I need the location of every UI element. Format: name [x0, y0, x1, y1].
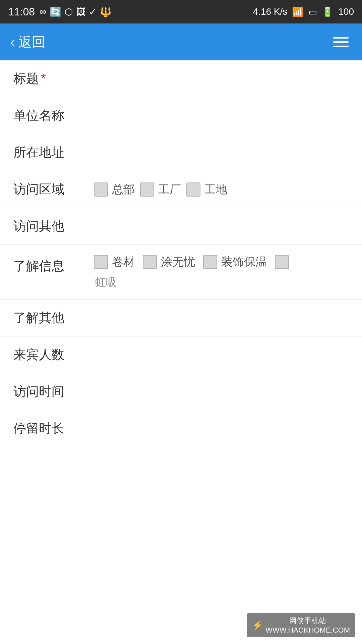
status-icons: ∞ 🔄 ⬡ 🖼 ✓ 🔱: [40, 6, 112, 17]
menu-line-3: [333, 46, 349, 47]
form-row-info: 了解信息 卷材 涂无忧 装饰保温 虹吸: [0, 245, 362, 300]
form-row-address: 所在地址: [0, 134, 362, 171]
checkbox-zhuangshi[interactable]: [203, 255, 217, 269]
checkbox-label-tuwuyou: 涂无忧: [161, 254, 195, 270]
form-row-unit-name: 单位名称: [0, 97, 362, 134]
watermark: ⚡ 网侠手机站 WWW.HACKHOME.COM: [247, 613, 355, 637]
image-icon: 🖼: [76, 6, 85, 17]
info-other-input[interactable]: [94, 311, 349, 325]
form-row-title: 标题 *: [0, 60, 362, 97]
input-area-stay-duration[interactable]: [87, 422, 349, 436]
checkbox-label-juancai: 卷材: [112, 254, 135, 270]
wifi-icon: 📶: [292, 6, 304, 17]
input-area-address[interactable]: [87, 146, 349, 160]
checkbox-item-zongbu[interactable]: 总部: [94, 182, 135, 197]
status-right: 4.16 K/s 📶 ▭ 🔋 100: [253, 6, 354, 17]
input-area-visit-other[interactable]: [87, 219, 349, 233]
form-row-guest-count: 来宾人数: [0, 336, 362, 373]
required-star: *: [41, 71, 46, 86]
battery-icon: 🔋: [322, 6, 334, 17]
network-speed: 4.16 K/s: [253, 6, 288, 17]
input-area-unit-name[interactable]: [87, 109, 349, 123]
form-container: 标题 * 单位名称 所在地址 访问区域: [0, 60, 362, 447]
form-row-info-other: 了解其他: [0, 300, 362, 336]
label-address: 所在地址: [13, 144, 87, 161]
battery-level: 100: [338, 6, 354, 17]
input-area-visit-time[interactable]: [87, 385, 349, 399]
unit-name-input[interactable]: [94, 109, 349, 123]
watermark-line2: WWW.HACKHOME.COM: [265, 626, 350, 635]
stay-duration-input[interactable]: [94, 422, 349, 436]
input-area-guest-count[interactable]: [87, 348, 349, 362]
label-title: 标题 *: [13, 70, 87, 87]
menu-button[interactable]: [330, 34, 352, 51]
label-info-other: 了解其他: [13, 309, 87, 326]
check-icon: ✓: [89, 6, 97, 17]
back-label: 返回: [18, 33, 45, 51]
form-row-visit-time: 访问时间: [0, 373, 362, 410]
back-button[interactable]: ‹ 返回: [10, 33, 45, 51]
label-stay-duration: 停留时长: [13, 420, 87, 437]
watermark-icon: ⚡: [252, 620, 263, 631]
checkbox-label-zhuangshi: 装饰保温: [221, 254, 267, 270]
checkbox-label-zongbu: 总部: [112, 182, 135, 197]
checkbox-zongbu[interactable]: [94, 182, 108, 197]
nav-bar: ‹ 返回: [0, 23, 362, 60]
watermark-line1: 网侠手机站: [265, 616, 350, 626]
visit-other-input[interactable]: [94, 219, 349, 233]
checkbox-gongdi[interactable]: [186, 182, 200, 197]
info-checkbox-row-1: 卷材 涂无忧 装饰保温: [94, 254, 349, 270]
visit-area-checkboxes: 总部 工厂 工地: [94, 182, 227, 197]
infinity-icon: ∞: [40, 6, 46, 17]
checkbox-juancai[interactable]: [94, 255, 108, 269]
visit-time-input[interactable]: [94, 385, 349, 399]
checkbox-item-gongchang[interactable]: 工厂: [140, 182, 181, 197]
input-area-info-other[interactable]: [87, 311, 349, 325]
title-input[interactable]: [94, 72, 349, 86]
guest-count-input[interactable]: [94, 348, 349, 362]
input-area-title[interactable]: [87, 72, 349, 86]
form-row-visit-other: 访问其他: [0, 208, 362, 245]
sync-icon: 🔄: [50, 6, 61, 17]
input-area-info: 卷材 涂无忧 装饰保温 虹吸: [87, 254, 349, 290]
label-unit-name: 单位名称: [13, 107, 87, 124]
checkbox-label-gongdi: 工地: [204, 182, 227, 197]
label-visit-other: 访问其他: [13, 218, 87, 235]
usb-icon: ⬡: [65, 6, 73, 17]
input-area-visit-area: 总部 工厂 工地: [87, 182, 349, 197]
checkbox-tuwuyou[interactable]: [143, 255, 157, 269]
label-visit-time: 访问时间: [13, 383, 87, 400]
status-bar: 11:08 ∞ 🔄 ⬡ 🖼 ✓ 🔱 4.16 K/s 📶 ▭ 🔋 100: [0, 0, 362, 23]
checkbox-gongchang[interactable]: [140, 182, 154, 197]
checkbox-item-juancai[interactable]: 卷材: [94, 254, 135, 270]
menu-line-1: [333, 37, 349, 39]
checkbox-label-gongchang: 工厂: [158, 182, 181, 197]
label-guest-count: 来宾人数: [13, 346, 87, 363]
checkbox-item-gongdi[interactable]: 工地: [186, 182, 227, 197]
checkbox-extra[interactable]: [275, 255, 289, 269]
status-time: 11:08: [8, 6, 35, 18]
checkbox-item-zhuangshi[interactable]: 装饰保温: [203, 254, 267, 270]
label-visit-area: 访问区域: [13, 181, 87, 198]
form-row-visit-area: 访问区域 总部 工厂 工地: [0, 171, 362, 208]
info-sub-label: 虹吸: [94, 275, 349, 290]
status-left: 11:08 ∞ 🔄 ⬡ 🖼 ✓ 🔱: [8, 6, 112, 18]
menu-line-2: [333, 41, 349, 43]
form-row-stay-duration: 停留时长: [0, 410, 362, 447]
watermark-text: 网侠手机站 WWW.HACKHOME.COM: [265, 616, 350, 635]
checkbox-item-tuwuyou[interactable]: 涂无忧: [143, 254, 195, 270]
user-icon: 🔱: [100, 6, 112, 17]
address-input[interactable]: [94, 146, 349, 160]
signal-icon: ▭: [308, 6, 317, 17]
label-info: 了解信息: [13, 254, 87, 275]
back-chevron-icon: ‹: [10, 35, 15, 49]
